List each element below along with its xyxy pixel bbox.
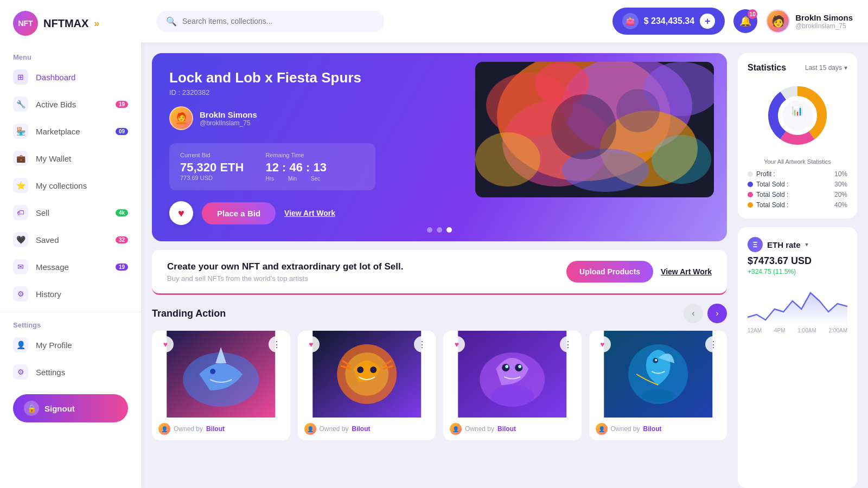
min-label: Min [288,176,297,182]
owner-name: Bilout [352,425,371,433]
nft-heart-button[interactable]: ♥ [449,336,465,352]
sidebar-item-label: Marketplace [36,127,80,136]
sidebar-item-history[interactable]: ⚙ History [0,280,141,307]
trending-section: Tranding Action ‹ › [152,304,727,449]
notif-badge: 10 [748,9,757,19]
hero-artwork [475,62,714,197]
wallet-pill: 👛 $ 234,435.34 + [612,8,725,35]
sidebar-item-settings[interactable]: ⚙ Settings [0,358,141,386]
svg-point-33 [642,389,674,402]
history-icon: ⚙ [13,286,28,301]
svg-point-28 [490,385,534,407]
sidebar-item-sell[interactable]: 🏷 Sell 4k [0,199,141,226]
nft-more-button[interactable]: ⋮ [560,336,576,352]
avatar: 🧑 [766,9,790,33]
sidebar-item-active-bids[interactable]: 🔧 Active Bids 19 [0,91,141,118]
owned-by-label: Owned by [465,425,494,433]
nft-owner: 👤 Owned by Bilout [158,423,284,435]
sidebar-item-label: Active Bids [36,100,76,109]
nft-card: ♥ ⋮ 👤 Owned by Bilout [298,331,436,440]
nft-info: 👤 Owned by Bilout [443,418,582,440]
heart-button[interactable]: ♥ [169,201,193,225]
upload-sub-text: Buy and sell NFTs from the world's top a… [167,274,403,282]
user-name: BrokIn Simons [795,13,853,22]
sec-label: Sec [311,176,320,182]
place-bid-button[interactable]: Place a Bid [202,202,276,224]
legend-item: Total Sold : 40% [748,201,847,209]
nft-more-button[interactable]: ⋮ [705,336,722,352]
sidebar-divider [0,312,141,312]
trending-next-button[interactable]: › [707,304,727,323]
notifications-button[interactable]: 🔔 10 [733,9,757,33]
sell-badge: 4k [116,209,128,216]
legend-item: Total Sold : 20% [748,191,847,198]
sidebar: NFT NFTMAX » Menu ⊞ Dashboard 🔧 Active B… [0,0,141,488]
owned-by-label: Owned by [611,425,640,433]
trending-title: Tranding Action [152,308,226,319]
x-label-3: 1:00AM [797,328,816,333]
user-details: BrokIn Simons @broklInslam_75 [795,13,853,30]
trending-prev-button[interactable]: ‹ [684,304,703,323]
hero-dot-2[interactable] [437,227,442,233]
hero-user-info: BrokIn Simons @broklInslam_75 [200,110,257,127]
nft-heart-button[interactable]: ♥ [303,336,320,352]
stats-filter[interactable]: Last 15 days ▾ [805,64,847,72]
signout-icon: 🔒 [24,401,39,416]
svg-point-27 [518,365,521,368]
search-bar[interactable]: 🔍 [156,11,384,32]
nft-more-button[interactable]: ⋮ [414,336,430,352]
legend-label: Profit : [756,170,775,178]
view-artwork-link[interactable]: View Art Work [284,209,335,217]
sidebar-item-label: My collections [36,181,87,190]
main-area: 🔍 👛 $ 234,435.34 + 🔔 10 🧑 BrokIn Simons … [141,0,868,488]
sidebar-item-my-profile[interactable]: 👤 My Profile [0,331,141,358]
legend-dot-sold3 [748,202,753,208]
settings-icon: ⚙ [13,364,28,380]
legend-label: Total Sold : [756,201,788,209]
wallet-icon: 👛 [622,13,639,29]
wallet-add-button[interactable]: + [700,14,715,29]
menu-section-title: Menu [0,49,141,63]
upload-products-button[interactable]: Upload Products [566,261,653,282]
sidebar-item-dashboard[interactable]: ⊞ Dashboard [0,63,141,91]
sidebar-item-marketplace[interactable]: 🏪 Marketplace 09 [0,118,141,145]
nft-heart-button[interactable]: ♥ [157,336,174,352]
sidebar-item-saved[interactable]: 🖤 Saved 32 [0,226,141,253]
search-icon: 🔍 [166,16,177,27]
message-badge: 19 [116,264,128,271]
dashboard-icon: ⊞ [13,69,28,85]
nft-card: ♥ ⋮ 👤 Owned by Bilout [443,331,582,440]
hero-banner: Lock and Lob x Fiesta Spurs ID : 2320382… [152,53,727,241]
svg-point-32 [655,359,657,361]
owner-name: Bilout [497,425,516,433]
hero-dot-3[interactable] [446,227,452,233]
sidebar-item-my-wallet[interactable]: 💼 My Wallet [0,145,141,172]
nft-image: ♥ ⋮ [443,331,582,418]
legend-item: Total Sold : 30% [748,181,847,188]
sidebar-item-my-collections[interactable]: ⭐ My collections [0,172,141,199]
header-right: 👛 $ 234,435.34 + 🔔 10 🧑 BrokIn Simons @b… [612,8,853,35]
sidebar-item-message[interactable]: ✉ Message 19 [0,253,141,280]
marketplace-badge: 09 [116,128,128,135]
signout-button[interactable]: 🔒 Signout [13,394,128,422]
svg-point-20 [357,367,363,373]
hero-dot-1[interactable] [427,227,432,233]
logo-area: NFT NFTMAX » [0,11,141,49]
view-art-link[interactable]: View Art Work [661,267,712,276]
svg-point-26 [505,365,508,368]
header: 🔍 👛 $ 234,435.34 + 🔔 10 🧑 BrokIn Simons … [141,0,868,42]
logo-icon: NFT [13,11,38,36]
svg-point-10 [652,135,711,184]
search-input[interactable] [182,17,374,25]
x-label-4: 2:00AM [829,328,847,333]
sidebar-item-label: Message [36,262,69,272]
eth-change: +324.75 (11.5%) [748,268,847,275]
owner-avatar: 👤 [596,423,608,435]
bid-info: Current Bid 75,320 ETH 773.69 USD Remain… [169,143,375,190]
nft-more-button[interactable]: ⋮ [269,336,285,352]
remaining-time: Remaing Time 12 : 46 : 13 Hrs Min Sec [265,152,327,182]
legend-dot-profit [748,171,753,177]
nft-heart-button[interactable]: ♥ [595,336,611,352]
owned-by-label: Owned by [174,425,203,433]
nft-owner: 👤 Owned by Bilout [304,423,430,435]
